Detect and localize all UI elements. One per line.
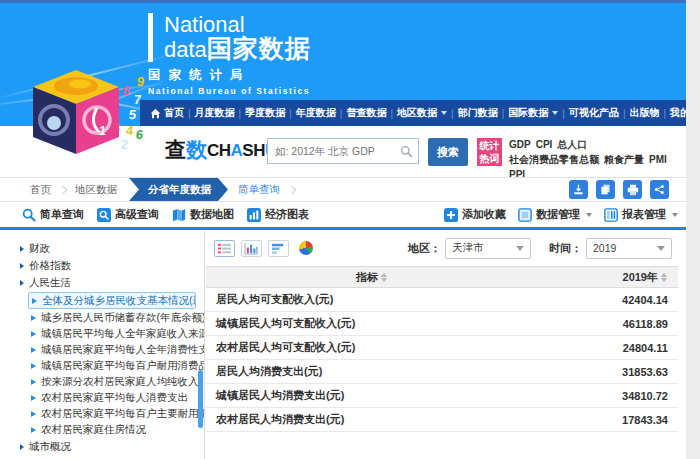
time-value: 2019 [593, 242, 616, 254]
value-cell: 31853.63 [538, 360, 678, 384]
chart-icon [247, 208, 261, 222]
main-area: 财政价格指数人民生活全体及分城乡居民收支基本情况(新口径)城乡居民人民币储蓄存款… [0, 230, 686, 459]
print-icon[interactable] [623, 180, 642, 199]
sidebar-item[interactable]: 农村居民家庭平均每百户主要耐用消费品拥有量 [0, 406, 204, 422]
sort-icon[interactable] [661, 273, 668, 282]
column-header-year[interactable]: 2019年 [538, 267, 678, 288]
nav-item[interactable]: 季度数据 [245, 106, 285, 120]
toolbar-button-search-square[interactable]: 高级查询 [97, 207, 159, 222]
sidebar-item-label: 按来源分农村居民家庭人均纯收入 [41, 375, 199, 389]
triangle-icon [20, 263, 24, 269]
toolbar-button-label: 经济图表 [265, 207, 309, 222]
share-icon[interactable] [650, 180, 669, 199]
hot-word-link[interactable]: PMI [649, 152, 667, 167]
sidebar-item-label: 农村居民家庭平均每百户主要耐用消费品拥有量 [41, 407, 204, 421]
table-row: 农村居民人均消费支出(元)17843.34 [206, 408, 678, 432]
triangle-icon [20, 246, 24, 252]
sidebar-item[interactable]: 按来源分农村居民家庭人均纯收入 [0, 374, 204, 390]
toolbar-button-label: 添加收藏 [462, 207, 506, 222]
pie-view-icon[interactable] [295, 240, 316, 257]
chashu-logo-part: 查 [165, 140, 186, 160]
sidebar-item-label: 城市概况 [29, 440, 71, 454]
site-header: 987534612 National data 国家数据 国家统计局 Natio… [0, 0, 686, 126]
toolbar-button-chart[interactable]: 经济图表 [247, 207, 309, 222]
column-header-indicator[interactable]: 指标 [206, 267, 538, 288]
search-input[interactable] [268, 145, 400, 157]
sidebar-item[interactable]: 城镇居民平均每人全年家庭收入来源 [0, 326, 204, 342]
sidebar-item[interactable]: 全体及分城乡居民收支基本情况(新口径) [28, 292, 196, 309]
home-icon [150, 108, 161, 119]
value-cell: 42404.14 [538, 288, 678, 312]
chevron-right-icon [59, 185, 67, 193]
triangle-icon [31, 331, 36, 337]
nav-item[interactable]: 部门数据 [458, 106, 498, 120]
nav-item[interactable]: 我的收藏 [670, 106, 686, 120]
sidebar-item[interactable]: 财政 [0, 240, 204, 257]
nav-item[interactable]: 年度数据 [296, 106, 336, 120]
nav-item[interactable]: 首页 [150, 106, 184, 120]
value-cell: 24804.11 [538, 336, 678, 360]
hot-word-link[interactable]: GDP [509, 137, 531, 152]
chashu-logo-part: SH [242, 141, 265, 160]
indicator-cell: 城镇居民人均消费支出(元) [206, 384, 538, 408]
sidebar-item[interactable]: 价格指数 [0, 257, 204, 274]
table-body: 居民人均可支配收入(元)42404.14城镇居民人均可支配收入(元)46118.… [206, 288, 678, 432]
toolbar-button-map[interactable]: 数据地图 [172, 207, 234, 222]
main-nav: 首页|月度数据|季度数据|年度数据|普查数据|地区数据|部门数据|国际数据|可视… [140, 100, 686, 126]
chevron-right-icon [288, 185, 296, 193]
chashu-logo: 查数CHASHU [165, 140, 277, 160]
toolbar-button-plus[interactable]: 添加收藏 [444, 207, 506, 222]
indicator-tree: 财政价格指数人民生活全体及分城乡居民收支基本情况(新口径)城乡居民人民币储蓄存款… [0, 230, 205, 459]
nav-item[interactable]: 普查数据 [346, 106, 386, 120]
nav-separator: | [502, 108, 505, 119]
search-button[interactable]: 搜索 [428, 138, 468, 166]
value-cell: 34810.72 [538, 384, 678, 408]
nav-item[interactable]: 出版物 [629, 106, 659, 120]
sidebar-item[interactable]: 城镇居民家庭平均每人全年消费性支出 [0, 342, 204, 358]
chevron-down-icon [441, 111, 447, 115]
toolbar-button-data-manage[interactable]: 数据管理 [518, 207, 592, 222]
list-view-icon[interactable] [214, 240, 235, 257]
breadcrumb-link[interactable]: 首页 [30, 183, 51, 197]
bar-view-icon[interactable] [241, 240, 262, 257]
sidebar-item[interactable]: 农村居民家庭平均每人消费支出 [0, 390, 204, 406]
hot-word-link[interactable]: 社会消费品零售总额 [509, 152, 599, 167]
toolbar-button-search-outline[interactable]: 简单查询 [22, 207, 84, 222]
filters: 地区： 天津市 时间： 2019 [408, 238, 686, 259]
copy-icon[interactable] [596, 180, 615, 199]
query-toolbar: 简单查询高级查询数据地图经济图表 添加收藏数据管理报表管理 [0, 202, 686, 230]
nav-item[interactable]: 地区数据 [397, 106, 447, 120]
sidebar-item[interactable]: 人民生活 [0, 274, 204, 291]
sidebar-item[interactable]: 城乡居民人民币储蓄存款(年底余额) [0, 310, 204, 326]
sidebar-item-label: 人民生活 [29, 276, 71, 290]
result-controls: 地区： 天津市 时间： 2019 [206, 230, 686, 266]
breadcrumb-current[interactable]: 分省年度数据 [129, 178, 228, 201]
breadcrumb-link[interactable]: 简单查询 [238, 183, 280, 197]
download-icon[interactable] [569, 180, 588, 199]
sidebar-item-label: 城镇居民平均每人全年家庭收入来源 [41, 327, 204, 341]
hot-word-link[interactable]: CPI [536, 137, 553, 152]
hbar-view-icon[interactable] [268, 240, 289, 257]
sidebar-item[interactable]: 城市概况 [0, 438, 204, 455]
triangle-icon [20, 280, 24, 286]
sort-icon[interactable] [381, 273, 388, 282]
time-select[interactable]: 2019 [586, 238, 672, 259]
toolbar-button-report-manage[interactable]: 报表管理 [604, 207, 678, 222]
indicator-cell: 农村居民人均可支配收入(元) [206, 336, 538, 360]
sidebar-item[interactable]: 农村居民家庭住房情况 [0, 422, 204, 438]
cube-number: 1 [98, 124, 107, 137]
nav-item[interactable]: 月度数据 [195, 106, 235, 120]
table-row: 农村居民人均可支配收入(元)24804.11 [206, 336, 678, 360]
sidebar-item[interactable]: 城镇居民家庭平均每百户耐用消费品拥有量 [0, 358, 204, 374]
triangle-icon [31, 427, 36, 433]
triangle-icon [31, 379, 36, 385]
hot-word-link[interactable]: 总人口 [557, 137, 587, 152]
chashu-logo-part: 数 [186, 140, 207, 160]
nav-item[interactable]: 可视化产品 [569, 106, 619, 120]
hot-word-link[interactable]: 粮食产量 [604, 152, 644, 167]
nav-item[interactable]: 国际数据 [508, 106, 558, 120]
region-select[interactable]: 天津市 [445, 238, 531, 259]
breadcrumb-link[interactable]: 地区数据 [75, 183, 117, 197]
sidebar-scrollbar[interactable] [198, 370, 203, 428]
sidebar-item-label: 农村居民家庭住房情况 [41, 423, 146, 437]
